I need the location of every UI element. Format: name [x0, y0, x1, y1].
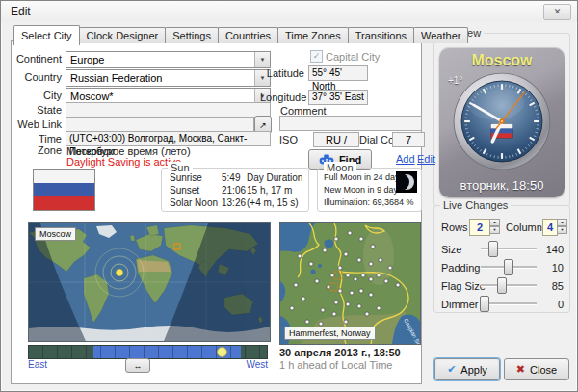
moon-phase-image [396, 171, 417, 193]
sunset-value: 21:06 [222, 185, 246, 196]
spinner-up-icon: ▲ [557, 219, 567, 226]
timezone-label: Time Zone [12, 133, 62, 156]
day-duration-value: 15 h, 17 m [247, 185, 292, 196]
preview-groupbox: Preview Moscow +1° [434, 33, 570, 206]
swap-direction-button[interactable]: ↔ [125, 358, 150, 373]
close-button[interactable]: ✖ Close [504, 358, 569, 380]
columns-stepper-arrows[interactable]: ▲▼ [557, 219, 567, 234]
solar-noon-value: 13:26 [222, 197, 246, 208]
dial-code-input[interactable]: 7 [392, 132, 425, 147]
continent-select[interactable]: Europe ▼ [66, 51, 271, 68]
spinner-up-icon: ▲ [489, 219, 500, 226]
spinner-down-icon: ▼ [489, 226, 500, 234]
add-link[interactable]: Add [396, 153, 415, 165]
weblink-input[interactable] [66, 117, 254, 132]
world-map[interactable]: Moscow [28, 222, 271, 342]
iso-input[interactable]: RU / RUS [313, 132, 359, 147]
open-link-icon: ↗ [259, 120, 267, 130]
chevron-down-icon[interactable]: ▼ [254, 52, 270, 67]
city-label: City [12, 90, 62, 101]
edit-dialog: Edit ✕ Select City Clock Designer Settin… [0, 0, 578, 392]
sunrise-label: Sunrise [170, 172, 202, 183]
spinner-down-icon: ▼ [557, 226, 567, 234]
close-x-icon: ✖ [516, 363, 525, 376]
region-map[interactable]: Caspian Sea Hammerfest, Norway [279, 222, 421, 345]
tab-transitions[interactable]: Transitions [348, 27, 414, 43]
size-label: Size [441, 244, 461, 255]
region-map-tooltip: Hammerfest, Norway [284, 327, 376, 340]
titlebar[interactable]: Edit ✕ [1, 1, 577, 22]
sunrise-value: 5:49 [222, 172, 240, 183]
rows-stepper[interactable]: 2 [469, 219, 490, 236]
tab-time-zones[interactable]: Time Zones [277, 27, 349, 43]
rows-stepper-arrows[interactable]: ▲▼ [489, 219, 500, 234]
flag-size-slider[interactable] [481, 277, 537, 293]
time-ticks [29, 346, 267, 358]
check-icon: ✓ [313, 51, 321, 61]
close-icon: ✕ [554, 7, 562, 16]
tab-settings[interactable]: Settings [165, 27, 219, 43]
clock-datetime-label: вторник, 18:50 [439, 178, 565, 193]
state-label: State [12, 104, 62, 116]
padding-label: Padding [441, 262, 480, 274]
west-label: West [239, 359, 268, 370]
iso-label: ISO [279, 134, 298, 145]
apply-button[interactable]: ✔ Apply [434, 358, 500, 380]
day-night-bar[interactable] [28, 345, 268, 359]
edit-link[interactable]: Edit [417, 153, 435, 165]
flag-size-value: 85 [535, 280, 564, 292]
longitude-input[interactable]: 37° 35' East [308, 90, 368, 105]
flag-stripe-white [34, 170, 94, 183]
capital-city-checkbox[interactable]: ✓ [310, 50, 323, 63]
selected-datetime: 30 апреля 2013 г., 18:50 [279, 347, 401, 358]
tab-countries[interactable]: Countries [218, 27, 278, 43]
east-label: East [28, 359, 47, 370]
slider-thumb[interactable] [480, 296, 489, 312]
timezone-input[interactable]: (UTC+03:00) Волгоград, Москва, Санкт-Пет… [66, 131, 271, 146]
window-close-button[interactable]: ✕ [543, 4, 571, 20]
padding-slider[interactable] [481, 259, 537, 274]
tab-clock-designer[interactable]: Clock Designer [79, 27, 167, 43]
latitude-input[interactable]: 55° 45' North [308, 65, 368, 81]
columns-label: Columns [506, 222, 547, 233]
slider-thumb[interactable] [504, 259, 513, 275]
slider-thumb[interactable] [488, 241, 498, 257]
longitude-label: Longitude [260, 91, 304, 103]
world-map-tooltip: Moscow [35, 227, 76, 241]
capital-city-label: Capital City [326, 51, 380, 63]
state-input[interactable] [66, 102, 271, 118]
latitude-label: Latitude [260, 67, 304, 79]
clock-city-label: Moscow [439, 52, 565, 69]
slider-thumb[interactable] [497, 277, 507, 294]
dimmer-label: Dimmer [441, 299, 479, 310]
sunset-label: Sunset [170, 185, 199, 196]
sun-dot-icon[interactable] [217, 347, 227, 357]
live-changes-groupbox: Live Changes Rows 2 ▲▼ Columns 4 ▲▼ Size… [434, 205, 570, 313]
country-select[interactable]: Russian Federation ▼ [66, 69, 271, 87]
illumination-text: Illumination: 69,3684 % [324, 197, 414, 207]
flag-stripe-red [34, 196, 94, 210]
apply-check-icon: ✔ [447, 363, 456, 376]
dst-status: Daylight Saving is active [66, 156, 181, 168]
columns-stepper[interactable]: 4 [542, 219, 558, 236]
dimmer-slider[interactable] [481, 296, 537, 311]
clock-preview-tile[interactable]: Moscow +1° [439, 47, 565, 197]
analog-clock-face [451, 70, 553, 172]
window-title: Edit [11, 5, 31, 18]
sun-groupbox: Sun Sunrise 5:49 Day Duration Sunset 21:… [161, 168, 309, 212]
size-value: 140 [535, 244, 564, 255]
select-city-page: Continent Europe ▼ Country Russian Feder… [11, 40, 422, 384]
tab-weather[interactable]: Weather [413, 27, 468, 43]
full-moon-text: Full Moon in 24 days [324, 172, 404, 182]
size-slider[interactable] [481, 241, 537, 256]
swap-icon: ↔ [134, 361, 143, 371]
continent-label: Continent [12, 53, 62, 65]
tab-strip: Select City Clock Designer Settings Coun… [13, 25, 467, 45]
tab-select-city[interactable]: Select City [13, 25, 80, 45]
country-flag [33, 169, 95, 211]
dimmer-value: 0 [535, 299, 564, 310]
comment-input[interactable] [279, 116, 422, 131]
moon-groupbox: Moon Full Moon in 24 days New Moon in 9 … [317, 168, 422, 212]
day-duration-delta: (+4 m, 15 s) [247, 197, 299, 208]
live-changes-title: Live Changes [440, 199, 511, 211]
